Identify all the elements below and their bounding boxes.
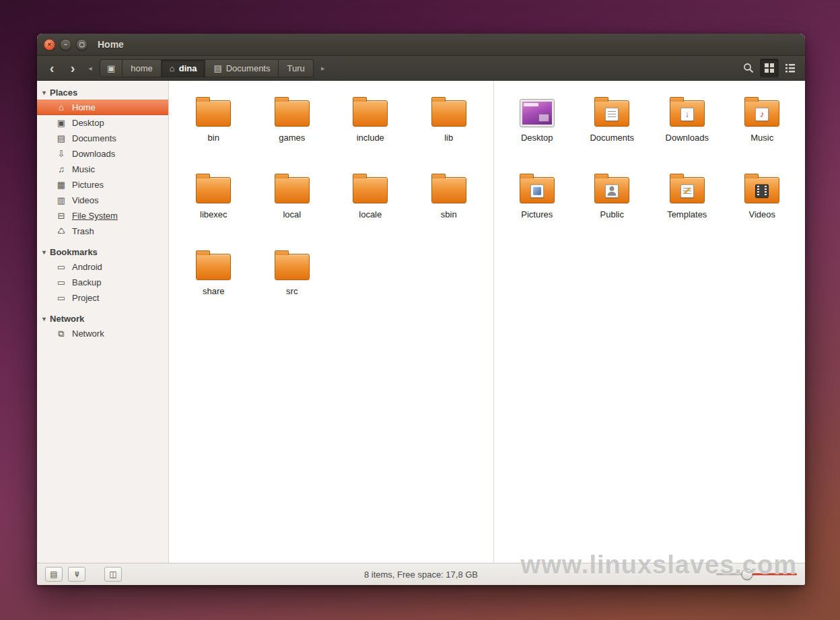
filmstrip-emblem-icon	[755, 184, 769, 197]
split-pane-icon: ◫	[109, 570, 116, 579]
right-pane: Desktop Documents ↓ Downloads	[494, 81, 805, 563]
folder-icon	[196, 254, 231, 280]
file-label: local	[283, 209, 301, 219]
template-emblem-icon	[680, 184, 694, 197]
folder-share[interactable]: share	[178, 249, 249, 296]
desktop-screen-icon	[520, 100, 554, 127]
sidebar-item-documents[interactable]: ▤ Documents	[37, 131, 168, 146]
folder-src[interactable]: src	[256, 249, 328, 296]
folder-videos[interactable]: Videos	[726, 172, 798, 219]
breadcrumb-label: home	[131, 63, 153, 73]
icon-slot	[670, 172, 705, 203]
sidebar-item-label: Backup	[72, 277, 101, 287]
folder-public[interactable]: Public	[576, 172, 648, 219]
zoom-slider-handle[interactable]	[741, 569, 753, 580]
folder-libexec[interactable]: libexec	[178, 172, 249, 219]
minimize-button[interactable]: −	[60, 39, 71, 50]
sidebar-item-downloads[interactable]: ⇩ Downloads	[37, 146, 168, 162]
sidebar-item-videos[interactable]: ▥ Videos	[37, 193, 168, 208]
folder-desktop[interactable]: Desktop	[501, 96, 573, 143]
sidebar-item-label: Trash	[72, 226, 94, 236]
breadcrumb-label: Documents	[226, 63, 271, 73]
close-button[interactable]: ×	[44, 39, 55, 50]
document-icon: ▤	[56, 133, 67, 143]
breadcrumb-home-button[interactable]: home	[123, 59, 162, 77]
toolbar: ‹ › ◂ ▣ home ⌂ dina ▤ Documents	[37, 56, 805, 81]
statusbar: ▤ ⋔ ◫ 8 items, Free space: 17,8 GB	[37, 563, 805, 585]
list-view-button[interactable]	[781, 59, 800, 77]
icon-slot	[275, 172, 310, 203]
folder-games[interactable]: games	[256, 96, 328, 143]
zoom-slider[interactable]	[716, 567, 797, 582]
breadcrumb-label: Turu	[287, 63, 304, 73]
sidebar-item-android[interactable]: ▭ Android	[37, 259, 168, 275]
icon-slot	[431, 96, 466, 127]
folder-templates[interactable]: Templates	[652, 172, 723, 219]
download-emblem-icon: ↓	[680, 107, 694, 120]
breadcrumb-scroll-left-button[interactable]: ◂	[84, 59, 96, 77]
icon-slot	[275, 96, 310, 127]
folder-locale[interactable]: locale	[335, 172, 406, 219]
icon-slot: ♪	[744, 96, 779, 127]
breadcrumb-dina-button[interactable]: ⌂ dina	[162, 59, 206, 77]
icon-slot	[431, 172, 466, 203]
show-places-button[interactable]: ▤	[45, 567, 63, 582]
folder-bin[interactable]: bin	[178, 96, 249, 143]
sidebar-item-pictures[interactable]: ▦ Pictures	[37, 177, 168, 193]
sidebar-item-music[interactable]: ♫ Music	[37, 162, 168, 177]
window-body: ▾ Places ⌂ Home ▣ Desktop ▤ Documents ⇩	[37, 81, 805, 563]
file-label: locale	[359, 209, 382, 219]
sidebar-item-label: Home	[72, 102, 96, 112]
breadcrumb-root-button[interactable]: ▣	[100, 59, 123, 77]
folder-icon: ▭	[56, 262, 67, 272]
sidebar-item-desktop[interactable]: ▣ Desktop	[37, 115, 168, 131]
sidebar-item-home[interactable]: ⌂ Home	[37, 100, 168, 115]
desktop-background: × − ▢ Home ‹ › ◂ ▣ home ⌂ dina	[0, 0, 840, 620]
desktop-icon: ▣	[56, 118, 67, 128]
sidebar-item-trash[interactable]: ♺ Trash	[37, 223, 168, 239]
folder-lib[interactable]: lib	[413, 96, 485, 143]
breadcrumb: ▣ home ⌂ dina ▤ Documents Turu	[100, 59, 314, 77]
maximize-button[interactable]: ▢	[76, 39, 88, 50]
sidebar-section-places[interactable]: ▾ Places	[37, 85, 168, 100]
network-icon: ⧉	[56, 329, 67, 339]
grid-icon	[765, 63, 774, 73]
folder-downloads[interactable]: ↓ Downloads	[652, 96, 723, 143]
folder-sbin[interactable]: sbin	[413, 172, 485, 219]
sidebar-item-label: Desktop	[72, 118, 104, 128]
document-emblem-icon	[605, 107, 619, 120]
zoom-track-fill	[747, 574, 797, 576]
sidebar-section-bookmarks[interactable]: ▾ Bookmarks	[37, 244, 168, 259]
sidebar-section-label: Network	[50, 314, 84, 324]
search-icon	[743, 63, 754, 73]
folder-music[interactable]: ♪ Music	[726, 96, 798, 143]
search-button[interactable]	[739, 59, 758, 77]
folder-icon: ♪	[744, 100, 779, 127]
breadcrumb-documents-button[interactable]: ▤ Documents	[205, 59, 279, 77]
back-button[interactable]: ‹	[42, 59, 61, 77]
file-label: lib	[444, 133, 453, 143]
breadcrumb-turu-button[interactable]: Turu	[279, 59, 313, 77]
sidebar-section-label: Bookmarks	[50, 247, 98, 257]
sidebar-item-project[interactable]: ▭ Project	[37, 290, 168, 306]
breadcrumb-scroll-right-button[interactable]: ▸	[317, 59, 329, 77]
file-label: Music	[750, 133, 773, 143]
icon-slot	[353, 172, 388, 203]
folder-local[interactable]: local	[256, 172, 328, 219]
folder-icon: ↓	[670, 100, 705, 127]
show-treeview-button[interactable]: ⋔	[68, 567, 85, 582]
forward-button[interactable]: ›	[63, 59, 82, 77]
file-label: games	[279, 133, 305, 143]
sidebar-item-network[interactable]: ⧉ Network	[37, 326, 168, 341]
toggle-pane-button[interactable]: ◫	[104, 567, 122, 582]
sidebar-section-network[interactable]: ▾ Network	[37, 311, 168, 326]
sidebar-item-label: Documents	[72, 133, 116, 143]
file-label: share	[203, 286, 225, 296]
sidebar-item-backup[interactable]: ▭ Backup	[37, 275, 168, 290]
folder-documents[interactable]: Documents	[576, 96, 648, 143]
icon-view-button[interactable]	[760, 59, 779, 77]
folder-pictures[interactable]: Pictures	[501, 172, 573, 219]
file-label: Videos	[748, 209, 775, 219]
sidebar-item-file-system[interactable]: ⊟ File System	[37, 208, 168, 223]
folder-include[interactable]: include	[335, 96, 406, 143]
